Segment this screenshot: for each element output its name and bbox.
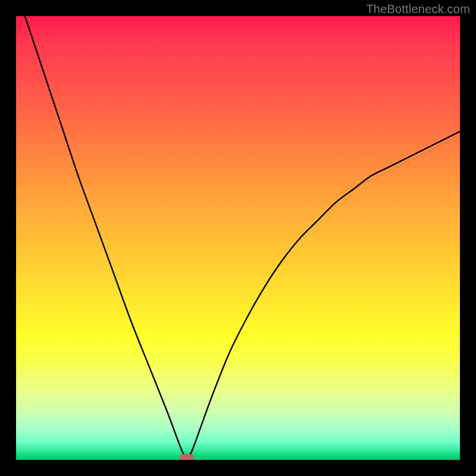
chart-frame: TheBottleneck.com	[0, 0, 476, 476]
bottleneck-curve	[25, 16, 460, 456]
watermark-text: TheBottleneck.com	[366, 2, 470, 16]
optimal-point-marker	[180, 454, 194, 460]
curve-svg	[16, 16, 460, 460]
plot-area	[16, 16, 460, 460]
